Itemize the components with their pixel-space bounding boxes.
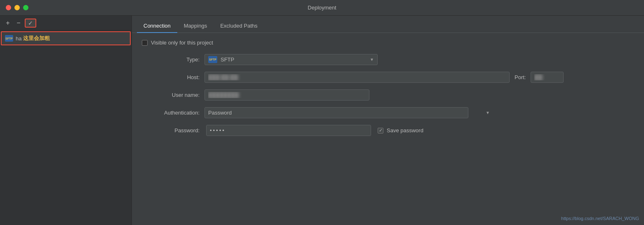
tab-excluded-paths[interactable]: Excluded Paths (214, 19, 264, 33)
password-label: Password: (142, 127, 200, 134)
traffic-lights (6, 5, 28, 10)
visible-only-checkbox[interactable] (142, 40, 148, 46)
form-area: Visible only for this project Type: SFTP… (132, 33, 644, 225)
host-row: Host: Port: (142, 72, 634, 83)
sidebar: + − ✓ SFTP ha 这里会加粗 (0, 16, 132, 225)
visible-only-row: Visible only for this project (142, 40, 634, 46)
confirm-button[interactable]: ✓ (25, 19, 36, 28)
sidebar-item-text: ha 这里会加粗 (16, 35, 127, 42)
auth-dropdown-arrow: ▼ (486, 110, 490, 115)
type-label: Type: (142, 56, 200, 63)
minimize-button[interactable] (14, 5, 20, 10)
type-select[interactable]: SFTP SFTP ▼ (204, 54, 378, 65)
username-row: User name: (142, 89, 634, 101)
type-value: SFTP (221, 56, 370, 63)
maximize-button[interactable] (23, 5, 28, 10)
sidebar-item-annotation: 这里会加粗 (23, 35, 50, 42)
sidebar-toolbar: + − ✓ (0, 16, 132, 30)
save-password-checkbox[interactable]: ✓ (378, 128, 383, 134)
tab-connection[interactable]: Connection (137, 19, 177, 33)
sftp-type-icon: SFTP (208, 56, 217, 63)
title-bar: Deployment (0, 0, 644, 16)
check-icon: ✓ (28, 20, 33, 26)
main-layout: + − ✓ SFTP ha 这里会加粗 Connection Mappings (0, 16, 644, 225)
visible-only-label: Visible only for this project (151, 40, 213, 46)
sidebar-item-name: ha (16, 35, 21, 42)
save-password-group: ✓ Save password (378, 127, 423, 134)
sftp-icon: SFTP (5, 35, 13, 42)
tabs: Connection Mappings Excluded Paths (132, 16, 644, 33)
add-button[interactable]: + (3, 19, 12, 28)
type-dropdown-arrow: ▼ (370, 57, 374, 62)
auth-select-wrapper: Password ▼ (204, 107, 493, 118)
footer-link[interactable]: https://blog.csdn.net/SARACH_WONG (561, 216, 639, 221)
host-label: Host: (142, 74, 200, 80)
content-area: Connection Mappings Excluded Paths Visib… (132, 16, 644, 225)
password-input[interactable] (206, 125, 371, 136)
close-button[interactable] (6, 5, 11, 10)
tab-mappings[interactable]: Mappings (177, 19, 214, 33)
auth-select[interactable]: Password (204, 107, 468, 118)
remove-button[interactable]: − (14, 19, 23, 28)
auth-label: Authentication: (142, 110, 200, 116)
sidebar-deployment-item[interactable]: SFTP ha 这里会加粗 (1, 31, 131, 45)
host-input[interactable] (204, 72, 510, 83)
window-title: Deployment (308, 5, 336, 11)
port-input[interactable] (531, 72, 564, 83)
auth-row: Authentication: Password ▼ (142, 107, 634, 118)
username-label: User name: (142, 92, 200, 98)
save-password-label: Save password (387, 127, 423, 134)
type-row: Type: SFTP SFTP ▼ (142, 54, 634, 65)
username-input[interactable] (204, 89, 369, 101)
port-label: Port: (515, 74, 526, 80)
password-row: Password: ✓ Save password (142, 125, 634, 136)
